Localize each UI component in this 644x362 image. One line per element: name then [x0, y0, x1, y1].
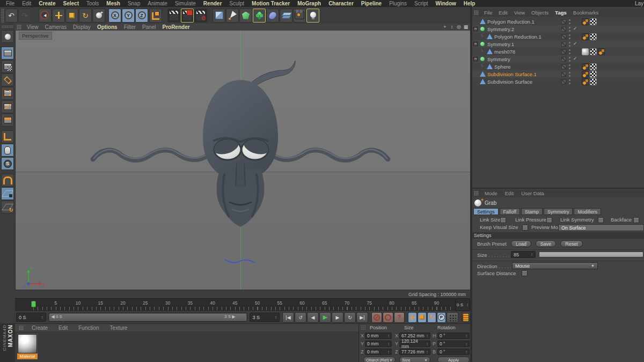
- material-name-label[interactable]: Material: [17, 353, 38, 359]
- workplane-mode-icon[interactable]: [1, 73, 14, 86]
- object-row-mesh078-4[interactable]: └mesh078: [472, 48, 644, 55]
- phong-tag-icon[interactable]: [582, 78, 589, 85]
- object-row-subdivision-surface-1-7[interactable]: Subdivision Surface.1: [472, 70, 644, 78]
- object-name[interactable]: Symmetry.2: [487, 26, 514, 32]
- menu-pipeline[interactable]: Pipeline: [357, 0, 385, 7]
- polygons-mode-icon[interactable]: [1, 114, 14, 127]
- object-name[interactable]: mesh078: [494, 49, 515, 55]
- layer-toggle[interactable]: [561, 64, 566, 69]
- pos-y-field[interactable]: 0 mm↕: [365, 341, 392, 347]
- phong-tag-icon[interactable]: [582, 33, 589, 40]
- layer-toggle[interactable]: [561, 72, 566, 77]
- menu-simulate[interactable]: Simulate: [171, 0, 200, 7]
- menu-mograph[interactable]: MoGraph: [294, 0, 325, 7]
- reset-button[interactable]: Reset: [560, 240, 583, 247]
- viewport-menu-cameras[interactable]: Cameras: [42, 24, 70, 31]
- render-view-icon[interactable]: [167, 9, 180, 23]
- size-y-field[interactable]: 120.124 mm↕: [399, 341, 430, 347]
- viewport-menu-filter[interactable]: Filter: [121, 24, 139, 31]
- menu-render[interactable]: Render: [200, 0, 225, 7]
- backface-checkbox[interactable]: [633, 217, 639, 223]
- lock-z-icon[interactable]: Z: [135, 9, 148, 23]
- object-name[interactable]: Subdivision Surface: [487, 79, 532, 85]
- viewport-menu-view[interactable]: View: [24, 24, 42, 31]
- object-name[interactable]: Symmetry: [487, 56, 510, 62]
- layout-switcher[interactable]: Lay: [635, 0, 644, 7]
- goto-start-button[interactable]: |◀: [282, 312, 294, 323]
- preview-mode-dropdown[interactable]: On Surface: [558, 224, 644, 231]
- tab-symmetry[interactable]: Symmetry: [544, 208, 573, 215]
- link-symmetry-checkbox[interactable]: [598, 217, 604, 223]
- viewport-menu-options[interactable]: Options: [94, 24, 121, 31]
- viewport-canvas[interactable]: Y X Z Perspective: [15, 31, 470, 290]
- view-label[interactable]: Perspective: [19, 32, 52, 40]
- link-pressure-checkbox[interactable]: [546, 217, 552, 223]
- om-menu-edit[interactable]: Edit: [495, 9, 510, 16]
- edges-mode-icon[interactable]: [1, 100, 14, 113]
- subdivision-generator-icon[interactable]: [239, 9, 252, 23]
- enabled-check[interactable]: ✓: [573, 26, 577, 31]
- attribute-menu-grip[interactable]: [474, 191, 479, 196]
- workplane-align-icon[interactable]: [1, 201, 14, 213]
- mode-toolbar-grip[interactable]: [2, 25, 13, 28]
- undo-icon[interactable]: ↶: [5, 9, 18, 23]
- key-pla-button[interactable]: [447, 312, 458, 323]
- prev-key-button[interactable]: ↺: [295, 312, 306, 323]
- material-menu-texture[interactable]: Texture: [105, 324, 133, 331]
- prev-frame-button[interactable]: ◀: [307, 312, 319, 323]
- visibility-dots[interactable]: [569, 19, 570, 21]
- texture-mode-icon[interactable]: [1, 60, 14, 73]
- axis-mode-icon[interactable]: [1, 130, 14, 143]
- phong-tag-icon[interactable]: [582, 63, 589, 70]
- spinner-icon[interactable]: ↕: [466, 302, 469, 307]
- live-selection-icon[interactable]: ▲: [39, 9, 52, 23]
- light-icon[interactable]: [306, 9, 319, 23]
- lock-y-icon[interactable]: Y: [122, 9, 135, 23]
- move-icon[interactable]: [52, 9, 65, 23]
- display-tag-icon[interactable]: [590, 63, 597, 70]
- tweak-mode-icon[interactable]: [1, 144, 14, 157]
- current-frame-field[interactable]: 0 S↕: [16, 313, 46, 322]
- pos-x-field[interactable]: 0 mm↕: [365, 333, 392, 339]
- layer-toggle[interactable]: [561, 34, 566, 39]
- autokeying-button[interactable]: [383, 312, 393, 323]
- timeline-ruler[interactable]: 051015202530354045505560657075808590: [15, 298, 455, 311]
- menu-file[interactable]: File: [2, 0, 18, 7]
- save-button[interactable]: Save: [536, 240, 556, 247]
- redo-icon[interactable]: ↷: [18, 9, 31, 23]
- visibility-dots[interactable]: [569, 49, 570, 51]
- brush-icon[interactable]: +: [92, 9, 105, 23]
- size-value-field[interactable]: 85↕: [511, 251, 536, 258]
- object-row-sphere-6[interactable]: └Sphere: [472, 63, 644, 70]
- environment-icon[interactable]: [280, 9, 292, 23]
- menu-motion-tracker[interactable]: Motion Tracker: [248, 0, 294, 7]
- viewport-menu-prorender[interactable]: ProRender: [159, 24, 193, 31]
- points-mode-icon[interactable]: [1, 87, 14, 100]
- material-menu-function[interactable]: Function: [74, 324, 104, 331]
- display-tag-icon[interactable]: [590, 18, 597, 25]
- enabled-check[interactable]: ✓: [573, 56, 577, 61]
- menu-sculpt[interactable]: Sculpt: [225, 0, 248, 7]
- material-menu-grip[interactable]: [19, 326, 24, 330]
- key-rotation-button[interactable]: ↻: [427, 312, 436, 323]
- pen-spline-icon[interactable]: [226, 9, 239, 23]
- display-tag-icon[interactable]: [590, 78, 597, 85]
- size-z-field[interactable]: 77.726 mm↕: [399, 349, 430, 355]
- keep-visual-size-checkbox[interactable]: [522, 225, 528, 231]
- render-active-icon[interactable]: [181, 9, 194, 23]
- timeline-window-button[interactable]: [462, 312, 470, 323]
- attr-menu-mode[interactable]: Mode: [481, 190, 501, 197]
- size-slider[interactable]: [539, 252, 643, 257]
- alien-head-model[interactable]: Y X Z: [16, 31, 470, 290]
- record-keyframe-button[interactable]: [371, 312, 382, 323]
- key-position-button[interactable]: [408, 312, 417, 323]
- layer-toggle[interactable]: [561, 49, 566, 54]
- tab-settings[interactable]: Settings: [473, 208, 499, 215]
- surface-distance-checkbox[interactable]: [522, 270, 528, 276]
- timeline-range-slider[interactable]: ◀ 0 S 3 S ▶: [48, 313, 248, 322]
- coordinate-system-icon[interactable]: [149, 9, 162, 23]
- viewport-menu-display[interactable]: Display: [70, 24, 94, 31]
- magnet-snap-icon[interactable]: [1, 174, 14, 187]
- visibility-dots[interactable]: [569, 79, 570, 81]
- pos-z-field[interactable]: 0 mm↕: [365, 349, 392, 355]
